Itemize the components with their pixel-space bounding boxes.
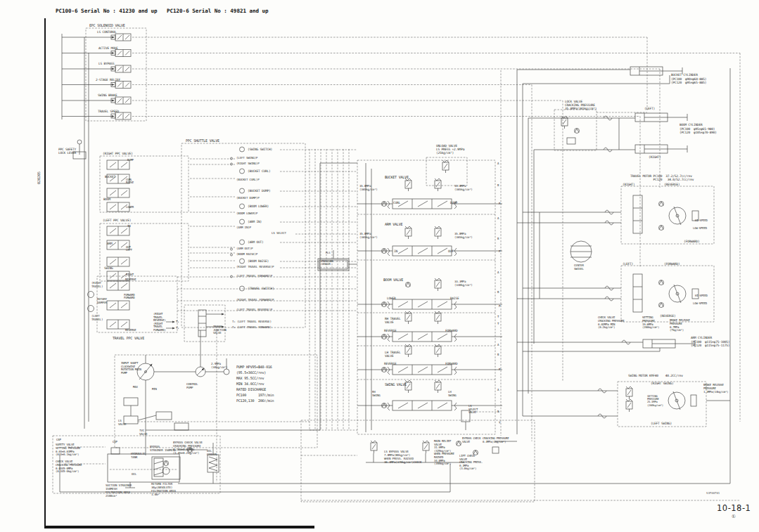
label-ppc-boom: BOOM [103, 197, 110, 201]
label-ls-control-solenoid: LS CONTOROL [97, 30, 117, 34]
label-bucket-cylinder: BUCKET CYLINDER (PC100 φ90×φ60-885) (PC1… [671, 73, 706, 85]
label-ppc-bucket: BUCKET [105, 175, 115, 179]
label-bypass-check-pressure: CRACKING PRESSURE 0.4MPa(4kg/cm²) [483, 437, 509, 443]
label-low-speed-right: LOW-SPEED [693, 227, 707, 230]
label-ppc-curl-raise: CURL RAISE [126, 179, 134, 185]
label-ppc-lower: LOWER [126, 206, 134, 209]
label-hi-speed-left: HI-SPEED [695, 294, 708, 297]
port-boom-raise: (BOOM RAISE) [248, 259, 269, 263]
port-t2: T₂ [176, 327, 179, 330]
label-left-travel: (LEFT TRAVEL) [91, 315, 103, 321]
label-ls-select: LS SELECT [272, 232, 286, 235]
label-ppc-arm: ARM [107, 242, 113, 245]
port-arm-out-p: (ARM OUT)P [236, 247, 253, 251]
label-lh-travel-valve: LH TRAVEL VALVE [385, 351, 401, 358]
label-left-ppc-valve: (LEFT PPC VALVE) [103, 219, 131, 222]
port-p1: P [499, 202, 500, 205]
port-right-travel-forward-p: (RIGHT TRAVEL FORWARD)P [236, 299, 274, 302]
label-right-swing: (RIGHT SWING) [651, 382, 674, 385]
port-t5: T [497, 316, 499, 318]
label-main-pump: INPUT SHAFT CLOCKWISE ROTATION MAIN PUMP [121, 362, 141, 375]
label-control-pump-pressure: 2.9MPa (30kg/cm²) [211, 363, 227, 369]
port-a2: A [497, 217, 499, 220]
port-p4: P [499, 368, 500, 371]
label-swing-motor: SWING MOTOR KMF40 40.2CC/rev [628, 374, 683, 377]
label-swing-brake-release: BRAKE RELEASE PRESSURE 1.4MPa(14kg/cm²) [703, 384, 728, 394]
label-arm-cylinder: ARM CYLINDER (PC100 φ115×φ75-1005) (PC12… [691, 336, 729, 348]
label-oil-cooler: OIL COOLER [207, 450, 217, 456]
label-travel-motor: TRAVEL MOTOR PC100 37.2/52.7cc/rev PC120… [630, 174, 694, 181]
label-bypass-strainer: BYPASS STRAINER 150MESH [150, 445, 176, 452]
port-left-travel-forward-p: (LEFT TRAVEL FORWARD)P [236, 275, 272, 278]
port-t4-left-travel-reverse: T₄ (LEFT TRAVEL REVERSE) [232, 320, 272, 324]
label-main-relief-valve: MAIN RELIEF VALVE 31.9MPa (325kg/cm²) WH… [434, 440, 454, 466]
label-rh-travel-valve: RH TRAVEL VALVE [385, 317, 401, 324]
label-lock-valve: LOCK VALVE CRACKING PRESSURE 35.8MPa(365… [565, 100, 597, 110]
label-rh-travel-forward: FORWARD [445, 329, 458, 332]
label-motor-setting-pressure: SETTING PRESSURE 19.6MPa (200kg/cm²) [642, 316, 659, 330]
label-low-speed-left: LOW-SPEED [693, 302, 707, 305]
label-left-swing: (LEFT SWING) [651, 422, 672, 425]
side-code: 020205 [37, 171, 41, 184]
port-boom-lower: (BOOM LOWER) [248, 205, 269, 208]
label-rh-swing: RH SWING [372, 391, 381, 397]
label-boom-valve: BOOM VALVE [383, 278, 403, 283]
label-boom-cyl-left: (LEFT) [644, 107, 655, 110]
label-ls-bypass-solenoid: LS BYPASS [98, 62, 115, 65]
port-a5: A [497, 389, 499, 391]
port-bucket-curl-p: (BUCKET CURL)P [236, 179, 260, 182]
label-motor-check-valve: CHECK VALVE CRACKING PRESSURE 0.02MPa MI… [598, 316, 625, 330]
label-motor-brake-release: BRAKE RELEASE PRESSURE 0.7MPa (7kg/cm²) [670, 319, 690, 332]
port-a4: A [497, 344, 499, 346]
label-ppc-safety-lock-lever: PPC SAFETY LOCK LEVER [58, 148, 76, 155]
port-t2-left-travel-forward: T₂ (LEFT TRAVEL FORWARD) [232, 326, 272, 330]
port-b4: B [497, 353, 499, 356]
port-arm-in: (ARM IN) [248, 220, 262, 223]
label-pump-max: MAX [133, 386, 138, 389]
label-travel-reverse-bottom: REVERSE [125, 329, 136, 332]
label-pump-min: MIN [152, 388, 157, 391]
port-p3: P [499, 305, 500, 308]
label-ppc-swing: SWING [104, 266, 113, 270]
label-pressure-sensor: PRESSURE SENSOR [321, 260, 333, 266]
label-lh-travel-reverse: REVERSE [384, 362, 397, 365]
label-cap-left: CAP [56, 439, 61, 441]
port-right-swing: (RIGHT SWING)P [236, 162, 260, 166]
label-travel-motor-left: (LEFT) [623, 262, 633, 266]
label-travel-ppc-valve: TRAVEL PPC VALVE [113, 337, 144, 341]
label-travel-reverse-top: REVERSE [125, 278, 136, 281]
label-ppc-shuttle-valve: PPC SHUTTLE VALVE [186, 139, 219, 143]
label-oil: OIL [132, 473, 136, 476]
serial-number-note: PC100-6 Serial No : 41230 and up PC120-6… [56, 8, 269, 14]
label-suction-strainer: SUCTION STRAINER 150MESH FILTRATION AREA… [106, 484, 132, 498]
label-arm-in: IN [394, 249, 397, 253]
label-swing-brake-solenoid: SWING BRAKE [98, 93, 117, 97]
label-bucket-relief-right: 35.8MPa (365kg/cm²) [454, 185, 473, 191]
label-right-travel: (RIGHT TRAVEL) [91, 282, 103, 288]
label-ppc-in: IN [127, 225, 130, 228]
port-arm-in-p: (ARM IN)P [236, 226, 251, 230]
label-dump: DUMP [450, 201, 457, 205]
label-arm-relief-right: 35.8MPa (365kg/cm²) [454, 233, 473, 239]
label-active-mode-solenoid: ACTIVE MODE [98, 46, 118, 50]
port-right-travel-reverse-p: (RIGHT TRAVEL REVERSE)P [236, 266, 274, 269]
label-travel-motor-right: (RIGHT) [623, 183, 635, 186]
port-p2: P [499, 250, 500, 253]
port-t6: T [497, 323, 499, 325]
page-number: 10-18-1 [717, 503, 751, 513]
port-pls: PLS [326, 252, 330, 254]
port-arm-out: (ARM OUT) [248, 240, 264, 244]
port-a3: A [497, 271, 499, 274]
label-hydraulic-tank: HYDRAULIC TANK [131, 453, 146, 459]
page-circle-index: ① [732, 514, 736, 519]
label-bypass-check-valve-tank: BYPASS CHECK VALVE CRACKING PRESSURE 0.1… [173, 441, 203, 455]
port-b5: B [497, 410, 499, 413]
port-travel-switch: (TRAVEL SWITCH) [248, 287, 274, 290]
label-safety-valve: SAFETY VALVE SETTING PRESSURE 0.03±0.01M… [56, 443, 80, 457]
label-center-swivel: CENTER SWIVEL [574, 264, 584, 271]
port-left-travel-reverse-p: (LEFT TRAVEL REVERSE)P [236, 309, 272, 312]
port-a1: A [497, 162, 499, 165]
label-ls-valve: LS VALVE [118, 420, 127, 426]
label-swing-valve: SWING VALVE [385, 383, 407, 387]
label-right-travel-rev-fwd: (RIGHT TRAVEL REVERSE) (RIGHT TRAVEL FOR… [153, 313, 166, 332]
